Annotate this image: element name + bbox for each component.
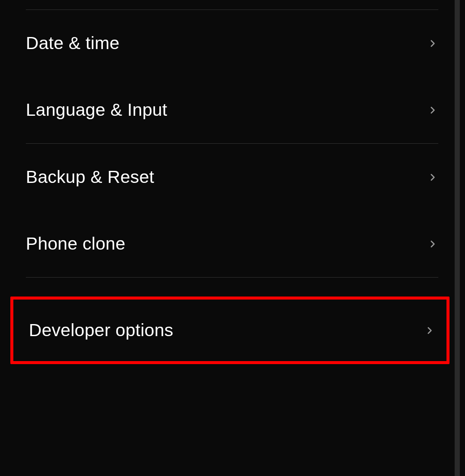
settings-item-backup-reset[interactable]: Backup & Reset [0,144,460,210]
settings-item-language-input[interactable]: Language & Input [0,77,460,143]
chevron-right-icon [427,238,438,250]
chevron-right-icon [427,172,438,183]
highlight-annotation: Developer options [10,297,450,364]
settings-item-label: Language & Input [26,100,167,120]
settings-list-container: Date & time Language & Input Backup & Re… [0,0,460,476]
chevron-right-icon [427,105,438,116]
settings-item-label: Phone clone [26,234,125,254]
scrollbar-track [455,0,460,476]
settings-item-label: Backup & Reset [26,167,154,187]
chevron-right-icon [424,325,435,336]
settings-item-phone-clone[interactable]: Phone clone [0,210,460,277]
settings-item-date-time[interactable]: Date & time [0,10,460,77]
settings-item-label: Developer options [29,320,174,340]
chevron-right-icon [427,38,438,49]
settings-item-developer-options[interactable]: Developer options [13,300,446,361]
settings-item-label: Date & time [26,33,120,53]
